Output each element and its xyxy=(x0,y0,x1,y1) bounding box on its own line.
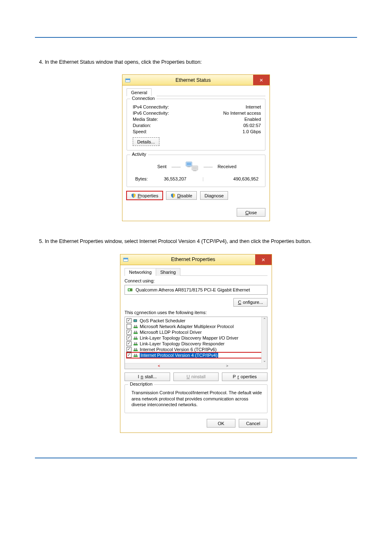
protocol-icon xyxy=(133,336,138,340)
received-label: Received xyxy=(217,164,236,169)
scroll-right-icon[interactable]: > xyxy=(193,363,261,369)
instruction-step-4: 4. In the Ethernet Status window that op… xyxy=(39,58,353,66)
scroll-up-icon[interactable]: ⌃ xyxy=(262,317,267,322)
svg-rect-14 xyxy=(134,333,138,334)
svg-point-8 xyxy=(131,289,132,290)
scroll-down-icon[interactable]: ⌄ xyxy=(262,358,267,363)
svg-rect-5 xyxy=(194,171,197,171)
list-item[interactable]: ✓Internet Protocol Version 6 (TCP/IPv6) xyxy=(127,347,265,352)
group-label-activity: Activity xyxy=(130,152,148,157)
page-rule-top xyxy=(35,37,357,38)
svg-rect-12 xyxy=(134,325,136,326)
adapter-field: Qualcomm Atheros AR8171/8175 PCI-E Gigab… xyxy=(125,285,267,295)
svg-rect-16 xyxy=(136,331,137,332)
svg-rect-18 xyxy=(134,336,136,338)
duration-label: Duration: xyxy=(133,123,243,128)
scrollbar-horizontal[interactable]: < > xyxy=(125,363,261,369)
page-rule-bottom xyxy=(35,458,357,458)
svg-rect-27 xyxy=(134,354,136,355)
checkbox[interactable]: ✓ xyxy=(127,353,131,358)
diagnose-button[interactable]: Diagnose xyxy=(200,191,228,200)
checkbox[interactable]: ✓ xyxy=(127,347,131,352)
checkbox[interactable] xyxy=(127,324,131,329)
tab-networking[interactable]: Networking xyxy=(125,268,156,276)
ethernet-status-window: Ethernet Status × General Connection IPv… xyxy=(122,74,270,221)
svg-rect-10 xyxy=(134,319,137,321)
checkbox[interactable]: ✓ xyxy=(127,330,131,335)
shield-icon xyxy=(171,193,175,198)
media-value: Enabled xyxy=(244,117,261,122)
protocol-icon xyxy=(133,353,138,357)
window-title: Ethernet Status xyxy=(133,77,253,83)
checkbox[interactable]: ✓ xyxy=(127,341,131,346)
svg-rect-25 xyxy=(136,348,137,349)
svg-rect-2 xyxy=(187,166,191,167)
tab-sharing[interactable]: Sharing xyxy=(156,268,180,276)
checkbox[interactable]: ✓ xyxy=(127,318,131,323)
close-button[interactable]: Close xyxy=(237,208,265,217)
svg-rect-26 xyxy=(134,356,138,357)
media-label: Media State: xyxy=(133,117,244,122)
computers-icon xyxy=(185,161,198,172)
window-title: Ethernet Properties xyxy=(131,257,255,262)
list-item-label: Internet Protocol Version 6 (TCP/IPv6) xyxy=(140,347,217,352)
svg-rect-23 xyxy=(134,350,138,351)
list-item-label: QoS Packet Scheduler xyxy=(140,318,185,323)
tabs: General xyxy=(127,88,265,96)
svg-rect-1 xyxy=(187,163,191,166)
list-item[interactable]: ✓Link-Layer Topology Discovery Responder xyxy=(127,341,265,347)
sent-label: Sent xyxy=(157,164,167,169)
disable-button-label: isable xyxy=(180,193,192,198)
cancel-button[interactable]: Cancel xyxy=(239,419,267,428)
install-button[interactable]: Install... xyxy=(125,372,170,381)
speed-value: 1.0 Gbps xyxy=(242,129,261,134)
properties-button[interactable]: Properties xyxy=(127,191,163,200)
svg-rect-19 xyxy=(136,336,137,338)
speed-label: Speed: xyxy=(133,129,242,134)
ipv4-label: IPv4 Connectivity: xyxy=(133,104,246,109)
group-activity: Activity Sent —— —— xyxy=(127,155,265,187)
disable-button[interactable]: Disable xyxy=(166,191,197,200)
tab-general[interactable]: General xyxy=(127,88,152,96)
tabs: Networking Sharing xyxy=(125,268,267,276)
details-button[interactable]: Details... xyxy=(133,137,159,146)
list-item[interactable]: ✓Microsoft LLDP Protocol Driver xyxy=(127,329,265,335)
adapter-name: Qualcomm Atheros AR8171/8175 PCI-E Gigab… xyxy=(136,287,250,292)
close-icon[interactable]: × xyxy=(255,254,272,265)
checkbox[interactable]: ✓ xyxy=(127,335,131,340)
scrollbar-vertical[interactable]: ⌃ ⌄ xyxy=(261,317,267,363)
ok-button[interactable]: OK xyxy=(207,419,235,428)
uninstall-button: Uninstall xyxy=(173,372,219,381)
configure-button[interactable]: Configure... xyxy=(233,298,267,307)
connect-using-label: Connect using: xyxy=(125,278,267,283)
window-titlebar: Ethernet Properties × xyxy=(120,254,272,265)
list-item[interactable]: ✓QoS Packet Scheduler xyxy=(127,318,265,324)
window-titlebar: Ethernet Status × xyxy=(122,75,270,86)
list-item[interactable]: Microsoft Network Adapter Multiplexor Pr… xyxy=(127,324,265,329)
svg-rect-20 xyxy=(134,344,138,345)
svg-rect-4 xyxy=(193,166,197,169)
group-label-description: Description xyxy=(128,382,154,386)
protocol-icon xyxy=(133,347,138,352)
bytes-received-value: 490,636,952 xyxy=(204,176,258,181)
svg-rect-15 xyxy=(134,331,136,332)
window-icon xyxy=(123,257,129,262)
svg-rect-24 xyxy=(134,348,136,349)
list-item-label: Link-Layer Topology Discovery Mapper I/O… xyxy=(140,335,238,340)
bytes-sent-value: 36,553,207 xyxy=(148,176,203,181)
scroll-left-icon[interactable]: < xyxy=(125,363,193,369)
list-item-label: Microsoft Network Adapter Multiplexor Pr… xyxy=(140,324,234,329)
list-item[interactable]: ✓Link-Layer Topology Discovery Mapper I/… xyxy=(127,335,265,341)
item-properties-button[interactable]: Properties xyxy=(222,372,267,381)
svg-rect-28 xyxy=(136,354,137,355)
description-text: Transmission Control Protocol/Internet P… xyxy=(131,389,263,409)
svg-rect-21 xyxy=(134,342,136,344)
shield-icon xyxy=(131,193,136,198)
close-icon[interactable]: × xyxy=(253,75,270,85)
list-item-label: Internet Protocol Version 4 (TCP/IPv4) xyxy=(140,353,218,358)
protocol-icon xyxy=(133,330,138,334)
list-item[interactable]: ✓Internet Protocol Version 4 (TCP/IPv4) xyxy=(127,352,265,358)
scheduler-icon xyxy=(133,319,138,323)
window-icon xyxy=(125,77,131,83)
protocol-list[interactable]: ✓QoS Packet SchedulerMicrosoft Network A… xyxy=(125,317,267,369)
